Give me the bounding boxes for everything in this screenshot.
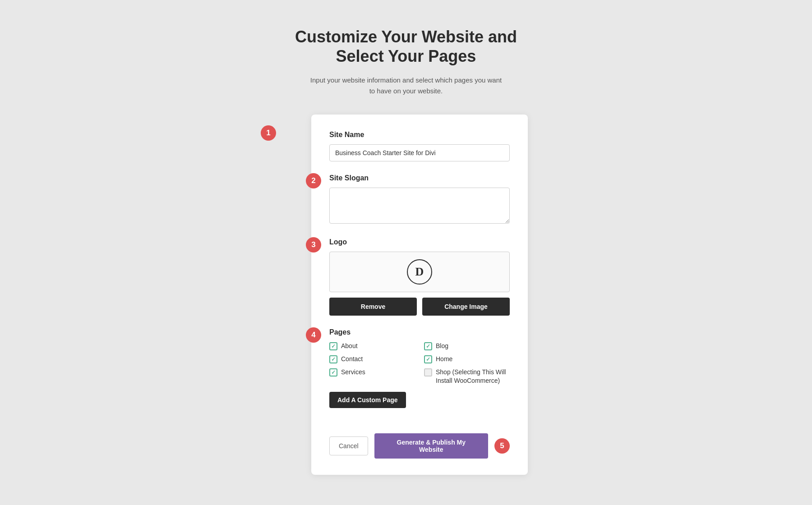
- logo-button-row: Remove Change Image: [329, 298, 510, 316]
- page-name-shop: Shop (Selecting This Will Install WooCom…: [436, 368, 510, 384]
- footer-row: Cancel Generate & Publish My Website 5: [329, 433, 510, 459]
- step-5-badge: 5: [494, 438, 510, 454]
- site-slogan-section: 2 Site Slogan: [329, 174, 510, 225]
- cancel-button[interactable]: Cancel: [329, 436, 368, 455]
- page-item-shop[interactable]: Shop (Selecting This Will Install WooCom…: [424, 368, 510, 384]
- remove-button[interactable]: Remove: [329, 298, 417, 316]
- step-1-badge: 1: [261, 125, 276, 141]
- page-item-about[interactable]: About: [329, 342, 415, 350]
- checkbox-contact[interactable]: [329, 355, 337, 363]
- page-name-about: About: [341, 342, 358, 350]
- page-subtitle: Input your website information and selec…: [307, 75, 505, 96]
- site-slogan-input[interactable]: [329, 188, 510, 224]
- page-name-contact: Contact: [341, 355, 363, 363]
- pages-section: 4 Pages About Blog Contact: [329, 328, 510, 420]
- page-name-home: Home: [436, 355, 452, 363]
- site-name-section: Site Name: [329, 131, 510, 161]
- pages-label: Pages: [329, 328, 351, 336]
- checkbox-services[interactable]: [329, 368, 337, 376]
- logo-label: Logo: [329, 238, 347, 246]
- step-3-badge: 3: [306, 237, 321, 252]
- logo-section: 3 Logo D Remove Change Image: [329, 238, 510, 316]
- checkbox-shop[interactable]: [424, 368, 432, 376]
- page-item-blog[interactable]: Blog: [424, 342, 510, 350]
- checkbox-about[interactable]: [329, 342, 337, 350]
- change-image-button[interactable]: Change Image: [422, 298, 510, 316]
- site-name-label: Site Name: [329, 131, 364, 139]
- page-name-blog: Blog: [436, 342, 448, 350]
- step-2-badge: 2: [306, 173, 321, 188]
- checkbox-blog[interactable]: [424, 342, 432, 350]
- page-item-home[interactable]: Home: [424, 355, 510, 363]
- page-item-contact[interactable]: Contact: [329, 355, 415, 363]
- publish-button[interactable]: Generate & Publish My Website: [374, 433, 488, 459]
- add-custom-page-button[interactable]: Add A Custom Page: [329, 392, 406, 408]
- step-4-badge: 4: [306, 327, 321, 343]
- page-name-services: Services: [341, 368, 365, 376]
- logo-preview: D: [329, 252, 510, 292]
- pages-grid: About Blog Contact Home: [329, 342, 510, 384]
- page-item-services[interactable]: Services: [329, 368, 415, 384]
- site-slogan-label: Site Slogan: [329, 174, 369, 182]
- main-card: Site Name 2 Site Slogan 3 Logo D Remove …: [311, 115, 528, 474]
- checkbox-home[interactable]: [424, 355, 432, 363]
- page-title: Customize Your Website and Select Your P…: [295, 27, 517, 66]
- logo-icon: D: [407, 259, 432, 285]
- site-name-input[interactable]: [329, 144, 510, 161]
